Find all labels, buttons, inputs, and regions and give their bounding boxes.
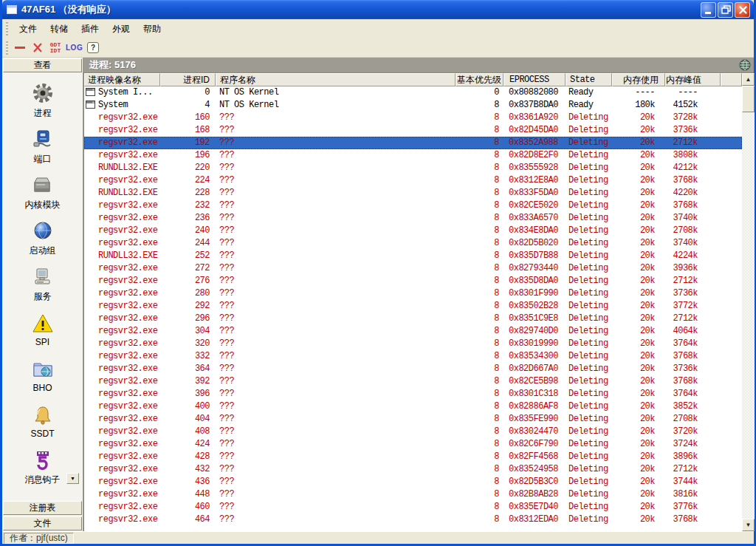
section-header: 进程: 5176 bbox=[83, 58, 754, 72]
sidebar-item-message-hook[interactable]: 消息钩子▼ bbox=[2, 444, 83, 490]
cell-4: 0x83502B28 bbox=[504, 300, 566, 313]
cell-1: 320 bbox=[160, 338, 216, 350]
table-header-row: 进程映像名称进程ID程序名称基本优先级EPROCESSState内存使用内存峰值 bbox=[84, 73, 742, 86]
table-row[interactable]: regsvr32.exe332???80x83534300Deleting20k… bbox=[84, 350, 742, 363]
sidebar-item-bho[interactable]: BHO bbox=[2, 352, 83, 398]
sidebar-item-ssdt[interactable]: SSDT bbox=[2, 398, 83, 444]
help-button[interactable]: ? bbox=[86, 40, 100, 56]
table-row[interactable]: regsvr32.exe432???80x83524958Deleting20k… bbox=[84, 463, 742, 476]
table-row[interactable]: regsvr32.exe160???80x8361A920Deleting20k… bbox=[84, 112, 742, 124]
cell-3: 8 bbox=[456, 187, 504, 199]
table-row[interactable]: regsvr32.exe276???80x835D8DA0Deleting20k… bbox=[84, 275, 742, 287]
scrollbar-track[interactable] bbox=[742, 86, 755, 519]
table-row[interactable]: regsvr32.exe408???80x83024470Deleting20k… bbox=[84, 426, 742, 438]
cell-0: regsvr32.exe bbox=[84, 501, 160, 513]
sidebar-item-services[interactable]: 服务 bbox=[2, 261, 83, 307]
column-header-4[interactable]: EPROCESS bbox=[504, 73, 566, 86]
cell-6: 20k bbox=[612, 287, 665, 300]
table-row[interactable]: regsvr32.exe392???80x82CE5B98Deleting20k… bbox=[84, 375, 742, 388]
table-row[interactable]: System I...0NT OS Kernel00x80882080Ready… bbox=[84, 86, 742, 99]
menubar-grip[interactable] bbox=[6, 22, 8, 35]
table-row[interactable]: regsvr32.exe304???80x829740D0Deleting20k… bbox=[84, 325, 742, 338]
cell-6: 20k bbox=[612, 250, 665, 262]
column-header-2[interactable]: 程序名称 bbox=[216, 73, 456, 86]
table-row[interactable]: regsvr32.exe460???80x835E7D40Deleting20k… bbox=[84, 501, 742, 513]
table-row[interactable]: regsvr32.exe280???80x8301F990Deleting20k… bbox=[84, 287, 742, 300]
minimize-button[interactable] bbox=[701, 2, 716, 18]
sidebar-item-spi[interactable]: SPI bbox=[2, 307, 83, 352]
titlebar[interactable]: 47AF61 （没有响应） bbox=[2, 0, 754, 19]
sidebar-button-file[interactable]: 文件 bbox=[3, 516, 82, 530]
sidebar-item-port[interactable]: 端口 bbox=[2, 123, 83, 169]
table-row[interactable]: regsvr32.exe196???80x82D8E2F0Deleting20k… bbox=[84, 149, 742, 162]
cell-2: ??? bbox=[216, 162, 456, 174]
sidebar-item-startup-group[interactable]: 启动组 bbox=[2, 215, 83, 261]
table-row[interactable]: regsvr32.exe428???80x82FF4568Deleting20k… bbox=[84, 451, 742, 463]
restore-button[interactable] bbox=[718, 2, 733, 18]
sidebar-item-kernel-module[interactable]: 内核模块 bbox=[2, 169, 83, 215]
scrollbar-thumb[interactable] bbox=[742, 86, 755, 112]
column-header-3[interactable]: 基本优先级 bbox=[456, 73, 504, 86]
table-row[interactable]: regsvr32.exe396???80x8301C318Deleting20k… bbox=[84, 388, 742, 400]
column-header-6[interactable]: 内存使用 bbox=[612, 73, 665, 86]
column-header-7[interactable]: 内存峰值 bbox=[665, 73, 721, 86]
gdt-idt-button[interactable]: GDTIDT bbox=[48, 40, 63, 56]
delete-button[interactable] bbox=[30, 40, 45, 56]
cell-6: 20k bbox=[612, 149, 665, 162]
cell-4: 0x835D7B88 bbox=[504, 250, 566, 262]
table-row[interactable]: regsvr32.exe240???80x834E8DA0Deleting20k… bbox=[84, 225, 742, 237]
table-row[interactable]: regsvr32.exe292???80x83502B28Deleting20k… bbox=[84, 300, 742, 313]
cell-6: 20k bbox=[612, 112, 665, 124]
sidebar-item-label: 进程 bbox=[34, 107, 52, 120]
column-header-5[interactable]: State bbox=[566, 73, 612, 86]
log-button[interactable]: LOG bbox=[66, 40, 83, 56]
scroll-down-button[interactable]: ▼ bbox=[742, 519, 755, 531]
table-row[interactable]: regsvr32.exe320???80x83019990Deleting20k… bbox=[84, 338, 742, 350]
table-row[interactable]: regsvr32.exe272???80x82793440Deleting20k… bbox=[84, 262, 742, 275]
cell-3: 8 bbox=[456, 363, 504, 375]
table-row[interactable]: regsvr32.exe244???80x82D5B020Deleting20k… bbox=[84, 237, 742, 250]
column-header-1[interactable]: 进程ID bbox=[160, 73, 216, 86]
sidebar-item-process[interactable]: 进程 bbox=[2, 78, 83, 123]
table-row-selected[interactable]: regsvr32.exe192???80x8352A988Deleting20k… bbox=[84, 137, 742, 149]
table-row[interactable]: regsvr32.exe296???80x8351C9E8Deleting20k… bbox=[84, 313, 742, 325]
cell-5: Deleting bbox=[566, 363, 612, 375]
sidebar-more-dropdown-button[interactable]: ▼ bbox=[66, 473, 79, 484]
cell-6: 20k bbox=[612, 325, 665, 338]
menu-item-file[interactable]: 文件 bbox=[13, 21, 44, 36]
table-row[interactable]: regsvr32.exe424???80x82C6F790Deleting20k… bbox=[84, 438, 742, 451]
menu-item-plugins[interactable]: 插件 bbox=[75, 21, 106, 36]
table-row[interactable]: regsvr32.exe232???80x82CE5020Deleting20k… bbox=[84, 199, 742, 212]
table-row[interactable]: regsvr32.exe436???80x82D5B3C0Deleting20k… bbox=[84, 476, 742, 488]
kill-process-button[interactable] bbox=[13, 40, 27, 56]
column-header-0[interactable]: 进程映像名称 bbox=[84, 73, 160, 86]
table-row[interactable]: RUNDLL32.EXE228???80x833F5DA0Deleting20k… bbox=[84, 187, 742, 199]
table-row[interactable]: regsvr32.exe400???80x82886AF8Deleting20k… bbox=[84, 400, 742, 413]
scroll-up-button[interactable]: ▲ bbox=[742, 73, 755, 86]
table-row[interactable]: regsvr32.exe224???80x8312E8A0Deleting20k… bbox=[84, 174, 742, 187]
sidebar-button-registry[interactable]: 注册表 bbox=[3, 501, 82, 515]
menu-item-dump[interactable]: 转储 bbox=[44, 21, 75, 36]
sidebar-item-label: 启动组 bbox=[30, 245, 56, 257]
table-row[interactable]: regsvr32.exe404???80x835FE990Deleting20k… bbox=[84, 413, 742, 426]
menu-item-appearance[interactable]: 外观 bbox=[106, 21, 137, 36]
table-row[interactable]: regsvr32.exe168???80x82D45DA0Deleting20k… bbox=[84, 124, 742, 137]
cell-0: regsvr32.exe bbox=[84, 300, 160, 313]
sidebar-header-view[interactable]: 查看 bbox=[3, 58, 82, 72]
vertical-scrollbar[interactable]: ▲ ▼ bbox=[742, 73, 755, 531]
cell-2: ??? bbox=[216, 488, 456, 501]
cell-2: ??? bbox=[216, 313, 456, 325]
cell-1: 0 bbox=[160, 86, 216, 99]
table-row[interactable]: RUNDLL32.EXE252???80x835D7B88Deleting20k… bbox=[84, 250, 742, 262]
table-row[interactable]: System4NT OS Kernel80x837B8DA0Ready180k4… bbox=[84, 99, 742, 112]
cell-2: ??? bbox=[216, 350, 456, 363]
menu-item-help[interactable]: 帮助 bbox=[137, 21, 168, 36]
table-row[interactable]: regsvr32.exe236???80x833A6570Deleting20k… bbox=[84, 212, 742, 225]
table-row[interactable]: regsvr32.exe448???80x82B8AB28Deleting20k… bbox=[84, 488, 742, 501]
toolbar-grip[interactable] bbox=[6, 41, 8, 55]
table-row[interactable]: RUNDLL32.EXE220???80x83555928Deleting20k… bbox=[84, 162, 742, 174]
table-row[interactable]: regsvr32.exe464???80x8312EDA0Deleting20k… bbox=[84, 513, 742, 526]
table-row[interactable]: regsvr32.exe364???80x82D667A0Deleting20k… bbox=[84, 363, 742, 375]
cell-filler bbox=[721, 313, 742, 325]
close-button[interactable] bbox=[735, 2, 750, 18]
